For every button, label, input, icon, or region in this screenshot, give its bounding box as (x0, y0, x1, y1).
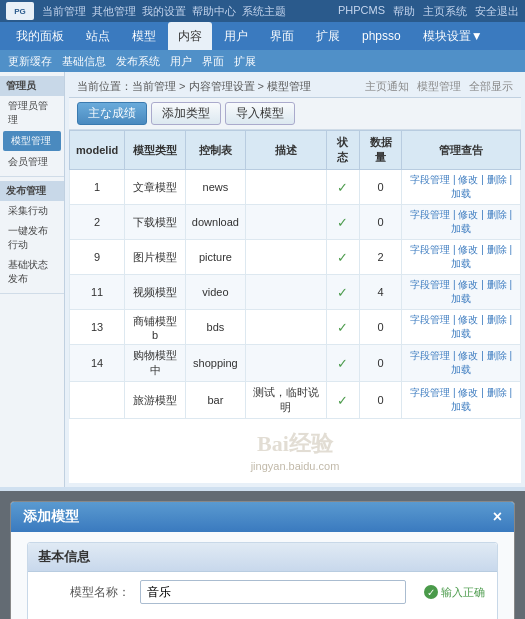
sec-nav: 更新缓存 基础信息 发布系统 用户 界面 扩展 (0, 50, 525, 72)
cell-desc (245, 275, 326, 310)
form-section-basic-title: 基本信息 (28, 543, 497, 572)
cell-status: ✓ (326, 170, 359, 205)
cell-actions: 字段管理 | 修改 | 删除 | 加载 (402, 240, 521, 275)
cell-type: 商铺模型b (125, 310, 186, 345)
form-row-model-name: 模型名称： ✓ 输入正确 (28, 572, 497, 612)
tab-model[interactable]: 模型 (122, 22, 166, 50)
hint-ok-icon: ✓ (424, 585, 438, 599)
cell-desc: 测试，临时说明 (245, 382, 326, 419)
sidebar-item-basic-publish[interactable]: 基础状态发布 (0, 255, 64, 289)
sec-nav-cache[interactable]: 更新缓存 (8, 54, 52, 69)
nav-other[interactable]: 其他管理 (92, 4, 136, 19)
cell-type: 文章模型 (125, 170, 186, 205)
col-type: 模型类型 (125, 131, 186, 170)
tab-extension[interactable]: 扩展 (306, 22, 350, 50)
cell-count: 0 (359, 170, 401, 205)
tab-site[interactable]: 站点 (76, 22, 120, 50)
cell-id: 11 (70, 275, 125, 310)
main-tabs: 我的面板 站点 模型 内容 用户 界面 扩展 phpsso 模块设置▼ (0, 22, 525, 50)
model-table-container: modelid 模型类型 控制表 描述 状态 数据量 管理查告 1 文章模型 n… (69, 130, 521, 483)
sidebar-item-collect[interactable]: 采集行动 (0, 201, 64, 221)
breadcrumb-notify[interactable]: 主页通知 (365, 79, 409, 94)
breadcrumb: 当前位置：当前管理 > 内容管理设置 > 模型管理 (77, 79, 311, 94)
top-bar-left: PG 当前管理 其他管理 我的设置 帮助中心 系统主题 (6, 2, 286, 20)
col-modelid: modelid (70, 131, 125, 170)
model-name-input[interactable] (140, 580, 406, 604)
table-row: 1 文章模型 news ✓ 0 字段管理 | 修改 | 删除 | 加载 (70, 170, 521, 205)
cell-id: 2 (70, 205, 125, 240)
nav-theme[interactable]: 系统主题 (242, 4, 286, 19)
cell-count: 2 (359, 240, 401, 275)
cell-type: 视频模型 (125, 275, 186, 310)
sidebar-section-admin-title: 管理员 (0, 76, 64, 96)
cell-desc (245, 205, 326, 240)
cell-actions: 字段管理 | 修改 | 删除 | 加载 (402, 345, 521, 382)
cell-desc (245, 240, 326, 275)
top-right-home[interactable]: 主页系统 (423, 4, 467, 19)
col-status: 状态 (326, 131, 359, 170)
btn-import-model[interactable]: 导入模型 (225, 102, 295, 125)
form-section-basic: 基本信息 模型名称： ✓ 输入正确 模型表键名： (27, 542, 498, 619)
modal-body: 基本信息 模型名称： ✓ 输入正确 模型表键名： (11, 532, 514, 619)
cell-status: ✓ (326, 345, 359, 382)
table-row: 2 下载模型 download ✓ 0 字段管理 | 修改 | 删除 | 加载 (70, 205, 521, 240)
nav-help[interactable]: 帮助中心 (192, 4, 236, 19)
modal-close-button[interactable]: × (493, 508, 502, 526)
sec-nav-ext[interactable]: 扩展 (234, 54, 256, 69)
cell-table: news (185, 170, 245, 205)
table-row: 9 图片模型 picture ✓ 2 字段管理 | 修改 | 删除 | 加载 (70, 240, 521, 275)
input-model-name-wrap (140, 580, 406, 604)
form-row-table-key: 模型表键名： ! 请输入模型表键名 (28, 612, 497, 619)
cell-status: ✓ (326, 205, 359, 240)
sec-nav-ui[interactable]: 界面 (202, 54, 224, 69)
nav-settings[interactable]: 我的设置 (142, 4, 186, 19)
cell-count: 0 (359, 310, 401, 345)
breadcrumb-show-all[interactable]: 全部显示 (469, 79, 513, 94)
cell-table: picture (185, 240, 245, 275)
top-right-help[interactable]: 帮助 (393, 4, 415, 19)
btn-main-score[interactable]: 主な成绩 (77, 102, 147, 125)
breadcrumb-model-mgmt[interactable]: 模型管理 (417, 79, 461, 94)
btn-add-type[interactable]: 添加类型 (151, 102, 221, 125)
cell-id: 14 (70, 345, 125, 382)
col-actions: 管理查告 (402, 131, 521, 170)
sidebar-section-publish: 发布管理 采集行动 一键发布行动 基础状态发布 (0, 177, 64, 294)
cell-id: 13 (70, 310, 125, 345)
cell-count: 0 (359, 382, 401, 419)
tab-dashboard[interactable]: 我的面板 (6, 22, 74, 50)
app-logo: PG (6, 2, 34, 20)
top-bar: PG 当前管理 其他管理 我的设置 帮助中心 系统主题 PHPCMS 帮助 主页… (0, 0, 525, 22)
sec-nav-basic[interactable]: 基础信息 (62, 54, 106, 69)
tab-user[interactable]: 用户 (214, 22, 258, 50)
cell-type: 图片模型 (125, 240, 186, 275)
top-right-phpcms[interactable]: PHPCMS (338, 4, 385, 19)
sidebar-item-model[interactable]: 模型管理 (3, 131, 61, 151)
cell-count: 4 (359, 275, 401, 310)
cell-id: 1 (70, 170, 125, 205)
cell-actions: 字段管理 | 修改 | 删除 | 加载 (402, 310, 521, 345)
top-right-logout[interactable]: 安全退出 (475, 4, 519, 19)
table-row: 旅游模型 bar 测试，临时说明 ✓ 0 字段管理 | 修改 | 删除 | 加载 (70, 382, 521, 419)
sec-nav-publish[interactable]: 发布系统 (116, 54, 160, 69)
breadcrumb-right: 主页通知 模型管理 全部显示 (365, 79, 513, 94)
tab-interface[interactable]: 界面 (260, 22, 304, 50)
sidebar-section-admin: 管理员 管理员管理 模型管理 会员管理 (0, 72, 64, 177)
sidebar-item-admin[interactable]: 管理员管理 (0, 96, 64, 130)
add-model-modal: 添加模型 × 基本信息 模型名称： ✓ 输入正确 (10, 501, 515, 619)
sidebar-item-member[interactable]: 会员管理 (0, 152, 64, 172)
sidebar-item-one-click[interactable]: 一键发布行动 (0, 221, 64, 255)
cell-table: download (185, 205, 245, 240)
cell-table: bar (185, 382, 245, 419)
cell-status: ✓ (326, 275, 359, 310)
nav-current[interactable]: 当前管理 (42, 4, 86, 19)
tab-content[interactable]: 内容 (168, 22, 212, 50)
cell-status: ✓ (326, 240, 359, 275)
tab-module[interactable]: 模块设置▼ (413, 22, 493, 50)
cell-id: 9 (70, 240, 125, 275)
sec-nav-user[interactable]: 用户 (170, 54, 192, 69)
cell-table: shopping (185, 345, 245, 382)
cell-desc (245, 345, 326, 382)
tab-phpsso[interactable]: phpsso (352, 22, 411, 50)
table-row: 14 购物模型中 shopping ✓ 0 字段管理 | 修改 | 删除 | 加… (70, 345, 521, 382)
cell-type: 下载模型 (125, 205, 186, 240)
